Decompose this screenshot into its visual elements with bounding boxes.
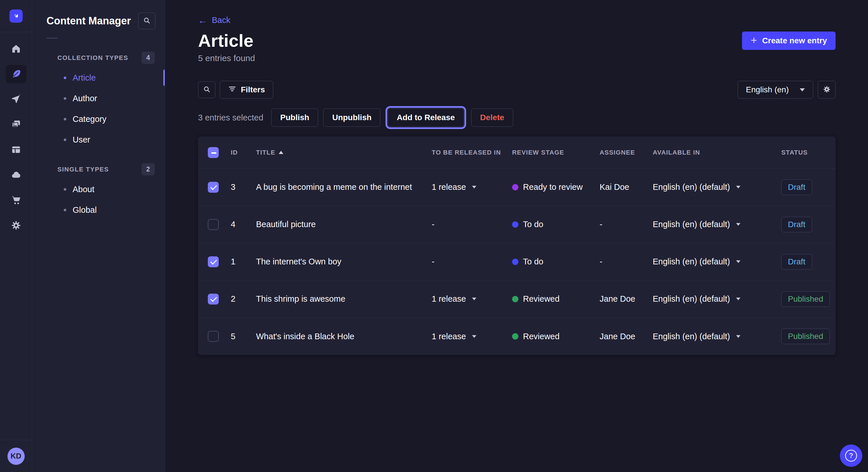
sidebar-item-author[interactable]: Author: [32, 88, 165, 109]
media-library-icon[interactable]: [6, 115, 26, 134]
sort-ascending-icon: [279, 151, 283, 154]
release-dropdown[interactable]: -: [432, 220, 512, 229]
release-dropdown[interactable]: 1 release: [432, 182, 512, 192]
stage-dot-icon: [512, 259, 518, 265]
row-title: A bug is becoming a meme on the internet: [256, 182, 432, 192]
row-title: What's inside a Black Hole: [256, 332, 432, 341]
row-checkbox[interactable]: [208, 219, 219, 230]
filters-button[interactable]: Filters: [220, 81, 273, 99]
unpublish-button[interactable]: Unpublish: [323, 108, 380, 127]
sidebar-item-category[interactable]: Category: [32, 109, 165, 129]
table-body: 3 A bug is becoming a meme on the intern…: [198, 169, 836, 355]
bullet-icon: [64, 118, 66, 121]
table-row[interactable]: 2 This shrimp is awesome 1 release Revie…: [198, 280, 836, 318]
chevron-down-icon: [472, 298, 476, 300]
gear-icon: [823, 86, 831, 94]
release-dropdown[interactable]: -: [432, 257, 512, 266]
arrow-left-icon: ←: [198, 16, 207, 25]
row-checkbox[interactable]: [208, 294, 219, 305]
row-checkbox[interactable]: [208, 331, 219, 342]
title-divider: [46, 38, 57, 38]
row-checkbox[interactable]: [208, 256, 219, 267]
strapi-logo-icon[interactable]: [9, 9, 23, 23]
locale-dropdown[interactable]: English (en) (default): [653, 220, 781, 229]
release-dropdown[interactable]: 1 release: [432, 332, 512, 341]
status-badge: Draft: [781, 254, 812, 270]
sidebar-item-label: User: [73, 135, 90, 144]
column-header-released: TO BE RELEASED IN: [432, 149, 512, 156]
row-title: The internet's Own boy: [256, 257, 432, 266]
row-stage: Ready to review: [523, 182, 583, 192]
row-assignee: -: [600, 257, 653, 266]
row-id: 2: [231, 294, 256, 304]
chevron-down-icon: [736, 260, 741, 263]
release-dropdown[interactable]: 1 release: [432, 294, 512, 304]
list-search-button[interactable]: [198, 81, 215, 98]
bullet-icon: [64, 76, 66, 79]
sidebar-item-label: About: [73, 185, 94, 194]
locale-dropdown[interactable]: English (en) (default): [653, 257, 781, 266]
sidebar-item-global[interactable]: Global: [32, 200, 165, 220]
status-badge: Published: [781, 329, 830, 344]
sidebar-item-about[interactable]: About: [32, 179, 165, 200]
row-id: 3: [231, 182, 256, 192]
row-id: 1: [231, 257, 256, 266]
row-available: English (en) (default): [653, 257, 730, 266]
sidebar-item-label: Global: [73, 205, 97, 215]
sidebar-search-button[interactable]: [138, 12, 155, 29]
row-title: This shrimp is awesome: [256, 294, 432, 304]
sidebar-item-label: Category: [73, 114, 106, 124]
marketplace-cart-icon[interactable]: [6, 191, 26, 209]
logo-container: [0, 0, 32, 32]
create-new-entry-button[interactable]: + Create new entry: [742, 32, 836, 50]
entries-count-subtitle: 5 entries found: [198, 53, 836, 63]
column-header-title[interactable]: TITLE: [256, 149, 432, 156]
row-id: 5: [231, 332, 256, 341]
row-stage: Reviewed: [523, 294, 559, 304]
chevron-down-icon: [472, 186, 476, 189]
settings-gear-icon[interactable]: [6, 216, 26, 235]
delete-button[interactable]: Delete: [471, 108, 513, 127]
rail-nav: [0, 32, 32, 440]
table-row[interactable]: 1 The internet's Own boy - To do - Engli…: [198, 243, 836, 280]
search-icon: [143, 16, 151, 25]
back-link[interactable]: ← Back: [198, 15, 230, 25]
row-checkbox[interactable]: [208, 182, 219, 193]
publish-button[interactable]: Publish: [271, 108, 318, 127]
sidebar-item-user[interactable]: User: [32, 129, 165, 150]
add-to-release-button[interactable]: Add to Release: [388, 108, 464, 127]
locale-dropdown[interactable]: English (en) (default): [653, 294, 781, 304]
sidebar-item-label: Article: [73, 73, 96, 82]
sidebar-item-article[interactable]: Article: [32, 67, 165, 88]
bullet-icon: [64, 209, 66, 211]
sidebar-item-label: Author: [73, 94, 97, 103]
content-manager-sidebar: Content Manager COLLECTION TYPES 4 Artic…: [32, 0, 165, 472]
view-settings-button[interactable]: [818, 81, 836, 99]
deploy-cloud-icon[interactable]: [6, 166, 26, 184]
main-content: ← Back Article + Create new entry 5 entr…: [165, 0, 868, 472]
help-button[interactable]: ?: [840, 444, 862, 467]
home-icon[interactable]: [6, 40, 26, 58]
table-row[interactable]: 3 A bug is becoming a meme on the intern…: [198, 169, 836, 206]
stage-dot-icon: [512, 333, 518, 339]
row-released: 1 release: [432, 294, 466, 304]
content-type-builder-icon[interactable]: [6, 140, 26, 159]
row-released: 1 release: [432, 182, 466, 192]
releases-icon[interactable]: [6, 90, 26, 108]
app-rail: KD: [0, 0, 32, 472]
user-avatar[interactable]: KD: [7, 448, 25, 465]
locale-dropdown[interactable]: English (en) (default): [653, 182, 781, 192]
table-row[interactable]: 5 What's inside a Black Hole 1 release R…: [198, 318, 836, 355]
select-all-checkbox[interactable]: [208, 147, 219, 158]
stage-dot-icon: [512, 222, 518, 228]
content-manager-icon[interactable]: [6, 65, 26, 83]
bullet-icon: [64, 138, 66, 141]
table-row[interactable]: 4 Beautiful picture - To do - English (e…: [198, 206, 836, 243]
search-icon: [203, 86, 211, 94]
row-assignee: Kai Doe: [600, 182, 653, 192]
row-assignee: -: [600, 220, 653, 229]
locale-select[interactable]: English (en): [738, 81, 813, 99]
locale-dropdown[interactable]: English (en) (default): [653, 332, 781, 341]
stage-dot-icon: [512, 184, 518, 191]
plus-icon: +: [751, 35, 757, 45]
